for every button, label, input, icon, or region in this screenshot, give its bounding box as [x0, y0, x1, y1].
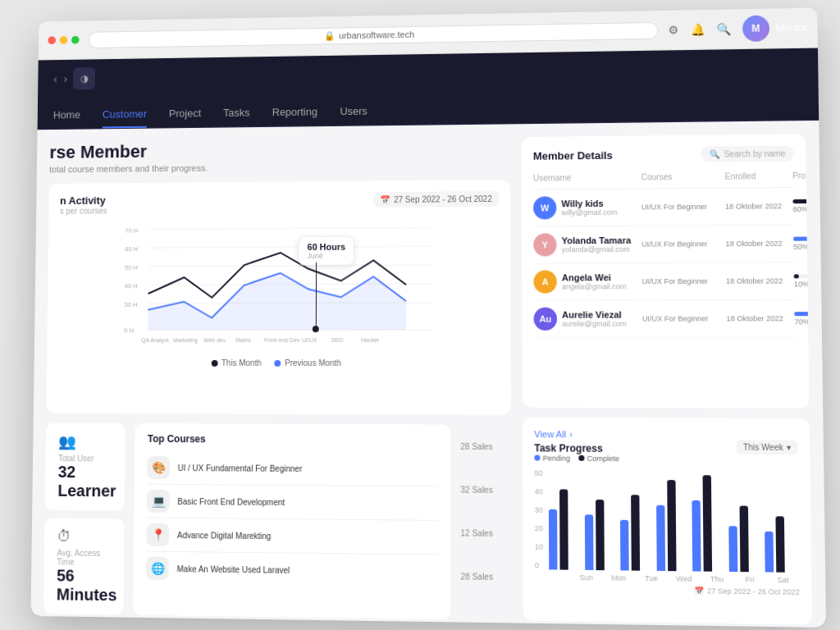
- top-courses-title: Top Courses: [148, 433, 437, 446]
- nav-customer[interactable]: Customer: [103, 102, 147, 129]
- bar-group-wed: [653, 480, 690, 571]
- week-label: This Week: [743, 442, 783, 452]
- bar-sat-complete: [776, 516, 785, 572]
- member-enroll-1: 18 Oktober 2022: [725, 202, 793, 211]
- svg-text:60 H: 60 H: [125, 245, 139, 253]
- week-selector[interactable]: This Week ▾: [736, 440, 797, 454]
- member-details-card: Member Details 🔍 Search by name Username…: [522, 134, 810, 409]
- member-name-2: Yolanda Tamara: [562, 235, 632, 246]
- sales-item-3: 12 Sales: [460, 511, 506, 555]
- nav-home[interactable]: Home: [53, 103, 81, 129]
- svg-text:Web dev: Web dev: [203, 337, 226, 343]
- svg-line-0: [148, 227, 431, 229]
- date-footer: 📅 27 Sep 2022 - 26 Oct 2022: [535, 582, 800, 600]
- col-progress: Progress: [792, 171, 810, 180]
- col-enrolled: Enrolled: [725, 171, 793, 181]
- bar-sun-complete: [559, 489, 568, 569]
- member-info-2: Y Yolanda Tamara yolanda@gmail.com: [533, 233, 641, 257]
- svg-text:UI/UX: UI/UX: [302, 337, 317, 343]
- member-enroll-2: 18 Oktober 2022: [725, 240, 793, 249]
- forward-button[interactable]: ›: [63, 72, 67, 84]
- member-enroll-4: 18 Oktober 2022: [726, 314, 794, 322]
- svg-text:Maths: Maths: [235, 337, 251, 343]
- svg-text:30 H: 30 H: [124, 301, 138, 308]
- dot-green[interactable]: [71, 36, 80, 44]
- member-row-1: W Willy kids willy@gmail.com UI/UX For B…: [533, 188, 795, 227]
- course-icon-1: 🎨: [147, 456, 170, 479]
- member-row-3: A Angela Wei angela@gmail.com UI/UX For …: [533, 262, 796, 301]
- legend-complete: Complete: [578, 454, 619, 463]
- member-avatar-1: W: [533, 196, 556, 219]
- dot-red[interactable]: [48, 36, 56, 44]
- svg-line-2: [148, 265, 431, 267]
- legend-pending: Pending: [534, 454, 570, 462]
- url-text: urbansoftware.tech: [339, 30, 414, 40]
- sales-column: 28 Sales 32 Sales 12 Sales 28 Sales: [460, 425, 506, 621]
- arrow-right-icon: ›: [569, 429, 573, 439]
- browser-icons: ⚙ 🔔 🔍 M Mentor: [668, 15, 807, 43]
- address-bar[interactable]: 🔒 urbansoftware.tech: [89, 21, 658, 48]
- bar-group-sat: [762, 516, 799, 573]
- bell-icon[interactable]: 🔔: [691, 23, 705, 36]
- settings-icon[interactable]: ⚙: [668, 23, 678, 36]
- chart-legend: This Month Previous Month: [57, 358, 499, 368]
- member-course-4: UI/UX For Beginner: [642, 314, 727, 322]
- member-course-2: UI/UX For Beginner: [641, 240, 726, 249]
- svg-text:Front end Dev: Front end Dev: [264, 337, 300, 343]
- chart-title: n Activity: [60, 194, 107, 207]
- member-info-3: A Angela Wei angela@gmail.com: [533, 270, 641, 294]
- search-bar[interactable]: 🔍 Search by name: [701, 145, 794, 162]
- course-name-2: Basic Front End Development: [177, 496, 437, 508]
- svg-line-1: [148, 246, 431, 248]
- member-name-4: Aurelie Viezal: [562, 309, 627, 319]
- user-avatar-wrap[interactable]: M Mentor: [742, 15, 808, 42]
- bar-group-mon: [582, 500, 618, 571]
- chevron-down-icon: ▾: [787, 442, 791, 451]
- search-placeholder: Search by name: [724, 149, 785, 159]
- bottom-row: 👥 Total User 32 Learner ⏱ Avg. Access Ti…: [43, 423, 512, 621]
- course-icon-3: 📍: [147, 523, 170, 546]
- sales-item-2: 32 Sales: [460, 468, 506, 511]
- svg-text:40 H: 40 H: [125, 282, 139, 290]
- svg-text:50 H: 50 H: [125, 264, 139, 272]
- member-name-wrap-4: Aurelie Viezal aurelie@gmail.com: [562, 309, 627, 327]
- dot-yellow[interactable]: [60, 36, 68, 44]
- view-all-row[interactable]: View All ›: [534, 429, 619, 440]
- day-mon: Mon: [602, 573, 635, 582]
- back-button[interactable]: ‹: [53, 73, 57, 85]
- stat-value-1: 32 Learner: [57, 463, 112, 500]
- member-card-title: Member Details: [533, 149, 613, 162]
- bar-tue-pending: [620, 520, 629, 571]
- nav-project[interactable]: Project: [169, 101, 201, 128]
- stats-col: 👥 Total User 32 Learner ⏱ Avg. Access Ti…: [43, 423, 126, 615]
- nav-users[interactable]: Users: [340, 98, 368, 126]
- date-range: 📅 27 Sep 2022 - 26 Oct 2022: [373, 191, 499, 208]
- member-email-3: angela@gmail.com: [562, 282, 627, 290]
- course-item-1: 🎨 UI / UX Fundamental For Beginner: [147, 451, 437, 486]
- theme-toggle[interactable]: ◑: [73, 67, 95, 89]
- bar-fri-complete: [739, 506, 748, 573]
- left-panel: rse Member total course members and thei…: [43, 137, 512, 620]
- member-email-2: yolanda@gmail.com: [562, 245, 632, 253]
- stat-label-2: Avg. Access Time: [57, 548, 111, 567]
- bar-group-thu: [689, 475, 726, 572]
- activity-chart-card: n Activity s per courses 📅 27 Sep 2022 -…: [46, 180, 511, 415]
- member-row-4: Au Aurelie Viezal aurelie@gmail.com UI/U…: [534, 300, 797, 338]
- sales-item-4: 28 Sales: [460, 555, 506, 599]
- legend-dot-dark: [211, 359, 217, 366]
- date-range-text: 27 Sep 2022 - 26 Oct 2022: [394, 194, 492, 204]
- member-name-1: Willy kids: [561, 199, 617, 209]
- page-header: rse Member total course members and thei…: [49, 137, 510, 174]
- nav-reporting[interactable]: Reporting: [272, 99, 317, 126]
- bar-group-tue: [618, 495, 655, 571]
- bar-chart-labels: 0 10 20 30 40 50: [534, 469, 543, 570]
- chart-svg-wrap: 60 Hours Juné: [58, 219, 500, 354]
- member-name-wrap-3: Angela Wei angela@gmail.com: [562, 272, 627, 290]
- search-icon[interactable]: 🔍: [716, 22, 731, 35]
- course-item-4: 🌐 Make An Website Used Laravel: [146, 552, 437, 589]
- nav-tasks[interactable]: Tasks: [223, 100, 250, 127]
- avatar-name: Mentor: [776, 22, 808, 34]
- user-avatar: M: [742, 16, 769, 42]
- bar-sun-pending: [549, 509, 558, 570]
- day-thu: Thu: [701, 575, 733, 584]
